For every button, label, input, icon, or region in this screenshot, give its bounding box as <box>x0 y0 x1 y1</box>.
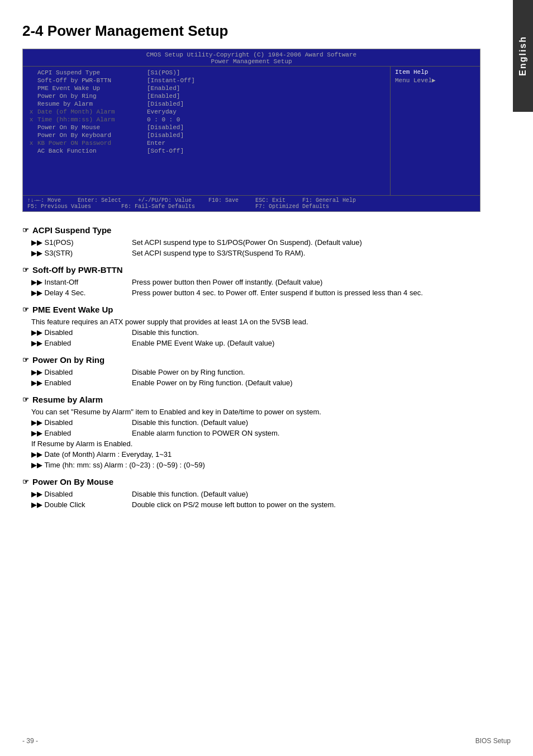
page-number: - 39 - <box>22 737 38 745</box>
sub-item-label-acpi-suspend-type-1: ▶▶ S3(STR) <box>31 249 132 257</box>
section-title-text-soft-off-pwr-bttn: Soft-Off by PWR-BTTN <box>32 265 123 275</box>
sub-item-desc-resume-by-alarm-1: Enable alarm function to POWER ON system… <box>132 429 511 437</box>
bios-row-label: Power On By Mouse <box>35 124 147 131</box>
extra-line-resume-by-alarm-0: If Resume by Alarm is Enabled. <box>22 440 511 448</box>
section-title-power-on-by-mouse: ☞Power On By Mouse <box>22 477 511 486</box>
bios-row: xTime (hh:mm:ss) Alarm0 : 0 : 0 <box>27 116 386 124</box>
page-container: English 2-4 Power Management Setup CMOS … <box>0 0 533 756</box>
bios-row-value: Enter <box>147 140 165 147</box>
bios-row-value: [Disabled] <box>147 132 184 139</box>
bios-row-x: x <box>27 140 35 147</box>
sub-item-desc-resume-by-alarm-0: Disable this function. (Default value) <box>132 418 511 427</box>
bios-row-x <box>27 148 35 154</box>
bios-row: AC Back Function[Soft-Off] <box>27 147 386 155</box>
section-arrow-soft-off-pwr-bttn: ☞ <box>22 266 29 274</box>
section-title-pme-event-wake-up: ☞PME Event Wake Up <box>22 305 511 314</box>
bios-row-x <box>27 132 35 139</box>
bios-row: PME Event Wake Up[Enabled] <box>27 84 386 92</box>
bios-row: Power On by Ring[Enabled] <box>27 92 386 100</box>
sub-item-desc-pme-event-wake-up-1: Enable PME Event Wake up. (Default value… <box>132 339 511 347</box>
bios-footer-prev: F5: Previous Values F6: Fail-Safe Defaul… <box>27 204 356 210</box>
bios-row-value: [S1(POS)] <box>147 69 180 76</box>
bios-row-label: Power On by Ring <box>35 93 147 100</box>
sub-item-acpi-suspend-type-0: ▶▶ S1(POS)Set ACPI suspend type to S1/PO… <box>22 238 511 247</box>
bios-help-subtitle: Menu Level▶ <box>395 77 475 84</box>
bios-row-x: x <box>27 116 35 123</box>
bios-row-label: Time (hh:mm:ss) Alarm <box>35 116 147 123</box>
section-body-pme-event-wake-up: This feature requires an ATX power suppl… <box>22 318 511 326</box>
bios-row-x <box>27 124 35 131</box>
bios-row-x <box>27 93 35 100</box>
section-title-text-power-on-by-ring: Power On by Ring <box>32 355 104 365</box>
bios-setup-box: CMOS Setup Utility-Copyright (C) 1984-20… <box>22 49 480 212</box>
bios-header-line2: Power Management Setup <box>23 58 480 65</box>
bios-row: Soft-Off by PWR-BTTN[Instant-Off] <box>27 77 386 84</box>
bios-row-x <box>27 77 35 84</box>
sub-item-desc-soft-off-pwr-bttn-0: Press power button then Power off instan… <box>132 278 511 286</box>
bios-row: Power On By Keyboard[Disabled] <box>27 131 386 139</box>
section-arrow-pme-event-wake-up: ☞ <box>22 305 29 314</box>
side-tab: English <box>513 0 533 112</box>
sub-item-power-on-by-ring-0: ▶▶ DisabledDisable Power on by Ring func… <box>22 368 511 376</box>
sub-item-label-power-on-by-mouse-1: ▶▶ Double Click <box>31 500 132 509</box>
sub-item-label-power-on-by-mouse-0: ▶▶ Disabled <box>31 490 132 498</box>
page-title: 2-4 Power Management Setup <box>22 22 511 40</box>
bios-row-label: Soft-Off by PWR-BTTN <box>35 77 147 84</box>
sub-item-desc-power-on-by-mouse-0: Disable this function. (Default value) <box>132 490 511 498</box>
sub-item-label-soft-off-pwr-bttn-0: ▶▶ Instant-Off <box>31 278 132 286</box>
sub-item-label-pme-event-wake-up-1: ▶▶ Enabled <box>31 339 132 347</box>
sub-item-desc-pme-event-wake-up-0: Disable this function. <box>132 328 511 337</box>
sub-item-power-on-by-mouse-0: ▶▶ DisabledDisable this function. (Defau… <box>22 490 511 498</box>
section-resume-by-alarm: ☞Resume by AlarmYou can set "Resume by A… <box>22 395 511 469</box>
bios-header: CMOS Setup Utility-Copyright (C) 1984-20… <box>23 49 480 67</box>
bios-row-value: [Enabled] <box>147 85 180 92</box>
bios-row: xDate (of Month) AlarmEveryday <box>27 108 386 116</box>
section-title-text-resume-by-alarm: Resume by Alarm <box>32 395 103 404</box>
section-pme-event-wake-up: ☞PME Event Wake UpThis feature requires … <box>22 305 511 347</box>
bios-row-x: x <box>27 108 35 115</box>
sub-item-label-pme-event-wake-up-0: ▶▶ Disabled <box>31 328 132 337</box>
section-title-soft-off-pwr-bttn: ☞Soft-Off by PWR-BTTN <box>22 265 511 275</box>
sub-item-desc-soft-off-pwr-bttn-1: Press power button 4 sec. to Power off. … <box>132 289 511 297</box>
bios-footer: ↑↓→←: Move Enter: Select +/-/PU/PD: Valu… <box>23 195 480 211</box>
bios-setup-label: BIOS Setup <box>475 737 511 745</box>
bios-row-value: [Disabled] <box>147 101 184 107</box>
sub-item-label-acpi-suspend-type-0: ▶▶ S1(POS) <box>31 238 132 247</box>
bios-footer-move: ↑↓→←: Move Enter: Select +/-/PU/PD: Valu… <box>27 197 356 204</box>
bios-main-panel: ACPI Suspend Type[S1(POS)]Soft-Off by PW… <box>23 67 391 195</box>
section-arrow-resume-by-alarm: ☞ <box>22 395 29 404</box>
bios-row: ACPI Suspend Type[S1(POS)] <box>27 69 386 77</box>
sections-container: ☞ACPI Suspend Type▶▶ S1(POS)Set ACPI sus… <box>22 225 511 509</box>
bios-row-x <box>27 101 35 107</box>
sub-item-label-power-on-by-ring-0: ▶▶ Disabled <box>31 368 132 376</box>
bios-header-line1: CMOS Setup Utility-Copyright (C) 1984-20… <box>23 51 480 58</box>
sub-item-resume-by-alarm-1: ▶▶ EnabledEnable alarm function to POWER… <box>22 429 511 437</box>
section-soft-off-pwr-bttn: ☞Soft-Off by PWR-BTTN▶▶ Instant-OffPress… <box>22 265 511 297</box>
section-title-text-power-on-by-mouse: Power On By Mouse <box>32 477 113 486</box>
sub-item-label-soft-off-pwr-bttn-1: ▶▶ Delay 4 Sec. <box>31 289 132 297</box>
section-arrow-acpi-suspend-type: ☞ <box>22 226 29 234</box>
sub-item-acpi-suspend-type-1: ▶▶ S3(STR)Set ACPI suspend type to S3/ST… <box>22 249 511 257</box>
bios-row-value: [Disabled] <box>147 124 184 131</box>
bottom-bar: - 39 - BIOS Setup <box>0 737 533 745</box>
sub-item-soft-off-pwr-bttn-1: ▶▶ Delay 4 Sec.Press power button 4 sec.… <box>22 289 511 297</box>
section-body-resume-by-alarm: You can set "Resume by Alarm" item to En… <box>22 408 511 416</box>
sub-item-desc-acpi-suspend-type-1: Set ACPI suspend type to S3/STR(Suspend … <box>132 249 511 257</box>
section-title-resume-by-alarm: ☞Resume by Alarm <box>22 395 511 404</box>
sub-item-pme-event-wake-up-0: ▶▶ DisabledDisable this function. <box>22 328 511 337</box>
section-acpi-suspend-type: ☞ACPI Suspend Type▶▶ S1(POS)Set ACPI sus… <box>22 225 511 257</box>
sub-item-desc-power-on-by-mouse-1: Double click on PS/2 mouse left button t… <box>132 500 511 509</box>
bios-row-value: [Instant-Off] <box>147 77 195 84</box>
sub-item-desc-power-on-by-ring-1: Enable Power on by Ring function. (Defau… <box>132 379 511 387</box>
sub-item-desc-acpi-suspend-type-0: Set ACPI suspend type to S1/POS(Power On… <box>132 238 511 247</box>
section-title-text-acpi-suspend-type: ACPI Suspend Type <box>32 225 111 235</box>
sub-item-power-on-by-mouse-1: ▶▶ Double ClickDouble click on PS/2 mous… <box>22 500 511 509</box>
sub-item-pme-event-wake-up-1: ▶▶ EnabledEnable PME Event Wake up. (Def… <box>22 339 511 347</box>
bios-row: Power On By Mouse[Disabled] <box>27 124 386 131</box>
sub-item-desc-power-on-by-ring-0: Disable Power on by Ring function. <box>132 368 511 376</box>
bios-body: ACPI Suspend Type[S1(POS)]Soft-Off by PW… <box>23 67 480 195</box>
bios-help-panel: Item Help Menu Level▶ <box>391 67 480 195</box>
sub-item-power-on-by-ring-1: ▶▶ EnabledEnable Power on by Ring functi… <box>22 379 511 387</box>
bios-footer-col1: ↑↓→←: Move Enter: Select +/-/PU/PD: Valu… <box>27 197 356 210</box>
sub-item-label-resume-by-alarm-0: ▶▶ Disabled <box>31 418 132 427</box>
